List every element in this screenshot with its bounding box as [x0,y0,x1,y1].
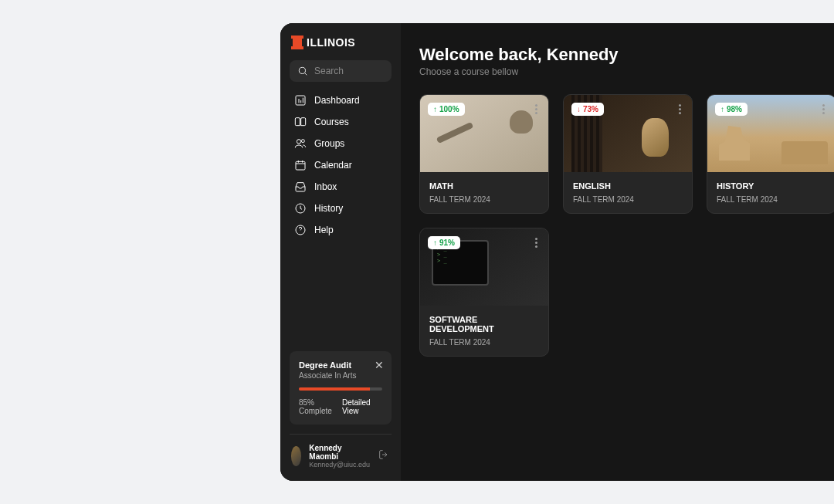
course-title: HISTORY [717,181,826,191]
brand-text: ILLINOIS [307,36,355,49]
degree-percent-text: 85% Complete [299,398,342,415]
card-thumbnail: ↑ 100% [420,95,548,172]
nav-item-calendar[interactable]: Calendar [290,154,392,176]
kebab-icon[interactable] [532,236,541,249]
divider [290,434,392,435]
main-content: Welcome back, Kennedy Choose a course be… [401,23,834,481]
course-title: ENGLISH [573,181,683,191]
dashboard-icon [294,94,307,107]
avatar [291,446,301,466]
page-subtitle: Choose a course bellow [419,66,815,77]
search-input-wrapper[interactable] [290,60,392,82]
search-icon [297,65,308,77]
nav-label: Inbox [314,181,337,192]
users-icon [294,137,307,150]
degree-audit-card: ✕ Degree Audit Associate In Arts 85% Com… [290,351,392,425]
user-email: Kennedy@uiuc.edu [309,461,370,468]
course-card-software[interactable]: ↑ 91% SOFTWARE DEVELOPMENT FALL TERM 202… [419,228,549,357]
nav-label: Dashboard [314,95,360,106]
svg-line-1 [305,73,307,76]
kebab-icon[interactable] [819,103,828,116]
arrow-up-icon: ↑ [720,105,724,113]
illinois-i-icon [293,36,302,49]
course-title: MATH [429,181,539,191]
nav-item-courses[interactable]: Courses [290,111,392,133]
course-grid: ↑ 100% MATH FALL TERM 2024 ↓ 73% [419,94,815,357]
course-term: FALL TERM 2024 [573,195,683,204]
close-icon[interactable]: ✕ [375,359,384,371]
progress-bar [299,387,382,391]
nav-item-history[interactable]: History [290,198,392,219]
user-name: Kennedy Maombi [309,444,370,461]
history-icon [294,202,307,215]
course-term: FALL TERM 2024 [429,338,539,347]
nav-label: History [314,203,343,214]
course-card-english[interactable]: ↓ 73% ENGLISH FALL TERM 2024 [563,94,693,214]
svg-point-0 [299,67,305,73]
user-row[interactable]: Kennedy Maombi Kennedy@uiuc.edu [280,444,401,468]
course-title: SOFTWARE DEVELOPMENT [429,315,539,333]
card-thumbnail: ↑ 91% [420,228,548,306]
nav-label: Help [314,225,334,235]
score-badge: ↓ 73% [571,103,604,116]
svg-point-3 [297,140,300,144]
svg-rect-5 [296,161,305,170]
svg-rect-2 [296,96,305,105]
nav-item-help[interactable]: Help [290,219,392,241]
arrow-up-icon: ↑ [433,105,437,113]
degree-audit-subtitle: Associate In Arts [299,371,382,380]
course-term: FALL TERM 2024 [429,195,539,204]
score-badge: ↑ 98% [715,103,748,116]
nav-item-inbox[interactable]: Inbox [290,176,392,198]
search-input[interactable] [314,66,384,76]
arrow-up-icon: ↑ [433,238,437,247]
nav-label: Groups [314,138,344,149]
course-card-math[interactable]: ↑ 100% MATH FALL TERM 2024 [419,94,549,214]
calendar-icon [294,159,307,171]
course-card-history[interactable]: ↑ 98% HISTORY FALL TERM 2024 [707,94,834,214]
progress-fill [299,387,370,391]
badge-percent: 91% [439,238,455,247]
page-title: Welcome back, Kennedy [419,45,815,65]
nav-item-dashboard[interactable]: Dashboard [290,90,392,111]
course-term: FALL TERM 2024 [717,195,826,204]
book-icon [294,116,307,128]
badge-percent: 100% [439,105,459,113]
nav-label: Courses [314,117,349,127]
nav-list: Dashboard Courses Groups Calendar Inbox … [280,90,401,241]
help-icon [294,224,307,236]
arrow-down-icon: ↓ [577,105,581,113]
nav-label: Calendar [314,160,352,171]
nav-item-groups[interactable]: Groups [290,133,392,154]
badge-percent: 73% [583,105,598,113]
app-window: ILLINOIS Dashboard Courses Groups [280,23,834,481]
logo[interactable]: ILLINOIS [280,36,401,60]
detailed-view-link[interactable]: Detailed View [342,398,382,415]
logout-icon[interactable] [378,448,390,464]
badge-percent: 98% [727,105,742,113]
inbox-icon [294,181,307,193]
card-thumbnail: ↑ 98% [707,95,834,172]
user-info: Kennedy Maombi Kennedy@uiuc.edu [309,444,370,468]
svg-point-4 [301,140,304,143]
sidebar: ILLINOIS Dashboard Courses Groups [280,23,401,481]
kebab-icon[interactable] [532,103,541,116]
score-badge: ↑ 100% [428,103,465,116]
degree-audit-title: Degree Audit [299,360,382,370]
card-thumbnail: ↓ 73% [564,95,692,172]
kebab-icon[interactable] [676,103,684,116]
score-badge: ↑ 91% [428,236,460,249]
